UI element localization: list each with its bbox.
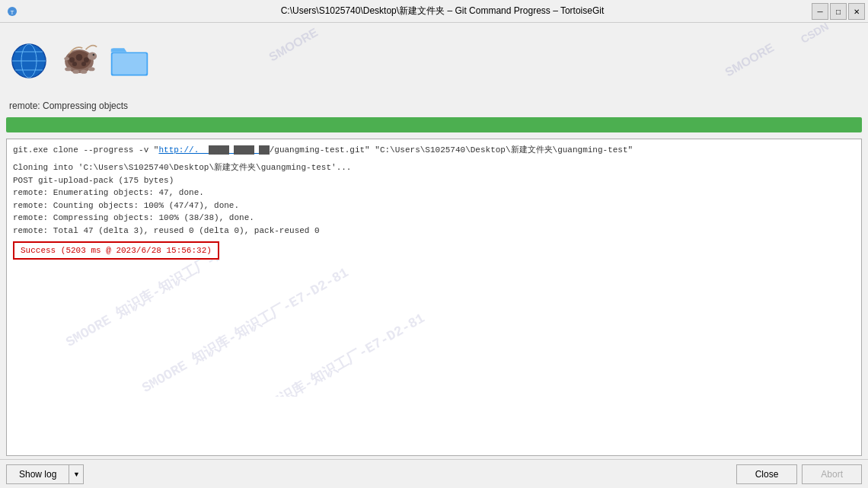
- status-text: remote: Compressing objects: [9, 100, 128, 111]
- minimize-button[interactable]: ─: [812, 3, 828, 20]
- close-button[interactable]: Close: [736, 464, 798, 484]
- title-bar-text: C:\Users\S1025740\Desktop\新建文件夹 – Git Co…: [23, 5, 862, 18]
- show-log-button[interactable]: Show log: [6, 464, 69, 484]
- folder-icon: [110, 44, 149, 78]
- svg-rect-22: [113, 53, 147, 75]
- progress-bar: [6, 117, 862, 132]
- header-area: SMOORE CSDN SMOORE: [0, 23, 868, 99]
- maximize-button[interactable]: □: [830, 3, 847, 20]
- content-watermark-area: SMOORE 知识库-知识工厂-E7-D2-81 SMOORE 知识库-知识工厂…: [13, 260, 855, 397]
- log-line-3: remote: Enumerating objects: 47, done.: [13, 187, 855, 199]
- watermark-2: CSDN: [799, 23, 831, 46]
- title-bar-icon: T: [6, 5, 18, 18]
- svg-point-18: [81, 69, 88, 73]
- watermark-1: SMOORE: [266, 25, 321, 64]
- dropdown-arrow: ▼: [73, 470, 80, 478]
- svg-point-15: [93, 53, 95, 56]
- bottom-bar: Show log ▼ Close Abort: [0, 459, 868, 488]
- svg-point-16: [65, 67, 72, 71]
- bottom-right-controls: Close Abort: [736, 464, 862, 484]
- watermark-3: SMOORE: [723, 40, 777, 79]
- repo-url-link[interactable]: http://. ████ ████ ██: [158, 145, 269, 155]
- repo-url-end: /guangming-test.git": [270, 145, 370, 155]
- log-line-6: remote: Total 47 (delta 3), reused 0 (de…: [13, 225, 855, 238]
- globe-icon: [9, 41, 49, 81]
- svg-point-9: [76, 54, 83, 61]
- svg-text:T: T: [11, 9, 14, 16]
- svg-point-12: [72, 61, 77, 65]
- title-bar-controls: ─ □ ✕: [812, 3, 865, 20]
- log-command: git.exe clone --progress -v "http://. ██…: [13, 144, 855, 155]
- success-message: Success (5203 ms @ 2023/6/28 15:56:32): [13, 241, 219, 260]
- bottom-left-controls: Show log ▼: [6, 464, 84, 484]
- svg-point-17: [72, 69, 79, 73]
- log-line-2: POST git-upload-pack (175 bytes): [13, 174, 855, 187]
- svg-point-20: [64, 56, 69, 59]
- window-close-button[interactable]: ✕: [848, 3, 865, 20]
- svg-point-14: [88, 52, 97, 59]
- log-output: Cloning into 'C:\Users\S1025740\Desktop\…: [13, 161, 855, 237]
- log-line-4: remote: Counting objects: 100% (47/47), …: [13, 199, 855, 212]
- tortoise-icon: [56, 40, 102, 82]
- show-log-dropdown-button[interactable]: ▼: [69, 464, 84, 484]
- status-area: remote: Compressing objects: [0, 99, 868, 114]
- log-line-1: Cloning into 'C:\Users\S1025740\Desktop\…: [13, 161, 855, 174]
- title-bar: T C:\Users\S1025740\Desktop\新建文件夹 – Git …: [0, 0, 868, 23]
- window-body: SMOORE CSDN SMOORE remote: Compressing o…: [0, 23, 868, 488]
- svg-point-13: [81, 61, 86, 65]
- abort-button[interactable]: Abort: [802, 464, 862, 484]
- svg-point-19: [88, 67, 95, 71]
- log-line-5: remote: Compressing objects: 100% (38/38…: [13, 212, 855, 225]
- log-area[interactable]: git.exe clone --progress -v "http://. ██…: [6, 139, 862, 456]
